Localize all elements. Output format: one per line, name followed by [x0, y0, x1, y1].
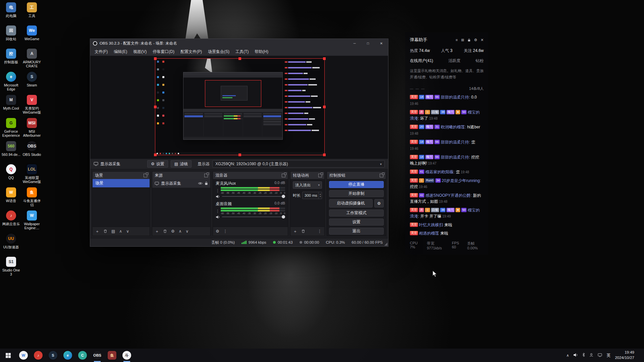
desktop-icon-control-panel[interactable]: 控控制面板	[1, 47, 21, 70]
desktop-icon-steam[interactable]: SSteam	[21, 70, 42, 93]
taskbar-wallpaper-engine[interactable]: W	[16, 349, 31, 362]
desktop-icon-netease-music[interactable]: ♪网易云音乐	[1, 209, 21, 232]
chat-username[interactable]: 甜甜的温柔只待:	[441, 95, 470, 100]
lock-icon[interactable]	[468, 38, 471, 42]
network-icon[interactable]	[598, 352, 602, 358]
chat-username[interactable]: 感谢SNOOPY开通的公爵:	[425, 193, 472, 198]
tray-expand-icon[interactable]: ∧	[566, 353, 569, 358]
popout-icon[interactable]	[144, 174, 147, 177]
resize-grip[interactable]	[384, 242, 387, 246]
source-settings-button[interactable]: ⚙ 设置	[147, 160, 168, 168]
channel-menu-button[interactable]: ⋮	[216, 207, 219, 215]
desktop-icon-valorant-wegame[interactable]: V无畏契约 WeGame版	[21, 93, 42, 116]
taskbar-netease-music[interactable]: ♪	[31, 349, 46, 362]
tab-activity[interactable]: 活跃度	[448, 58, 461, 64]
desktop-icon-myth-cool[interactable]: MMyth.Cool	[1, 93, 21, 116]
channel-menu-button[interactable]: ⋮	[216, 187, 219, 194]
close-icon[interactable]: ✕	[481, 38, 484, 42]
desktop-icon-lol-wegame[interactable]: LOL英雄联盟 WeGame版	[21, 163, 42, 186]
resize-handle[interactable]	[154, 154, 157, 156]
chat-username[interactable]: 20岁是皇少年running:	[442, 178, 481, 183]
desktop-icon-msi-afterburner[interactable]: MSIMSI Afterburner	[21, 116, 42, 139]
desktop-icon-w-voice[interactable]: WW语音	[1, 186, 21, 209]
speaker-icon[interactable]	[216, 195, 220, 198]
source-properties-button[interactable]: ⚙	[171, 229, 175, 234]
source-item[interactable]: 显示器采集	[152, 179, 210, 188]
desktop-icon-geforce-experience[interactable]: GGeForce Experience	[1, 116, 21, 139]
source-filters-button[interactable]: ▤ 滤镜	[171, 160, 192, 168]
move-source-up-button[interactable]: ∧	[179, 229, 182, 234]
maximize-button[interactable]: □	[361, 39, 375, 48]
preview-canvas[interactable]	[90, 56, 388, 159]
resize-handle[interactable]	[323, 154, 326, 156]
rank-icon[interactable]: ≡	[455, 38, 458, 42]
remove-source-button[interactable]	[163, 229, 167, 233]
desktop-icon-qq[interactable]: QQQ	[1, 163, 21, 186]
control-button-2[interactable]: 启动虚拟摄像机	[329, 199, 373, 207]
input-language[interactable]: 英	[606, 353, 610, 358]
add-transition-button[interactable]: ＋	[293, 229, 297, 234]
desktop-icon-wallpaper-engine[interactable]: WWallpaper Engine:...	[21, 209, 42, 232]
menu-item-6[interactable]: 工具(T)	[232, 49, 252, 55]
desktop-icon-armoury-crate[interactable]: AARMOURY CRATE	[21, 47, 42, 70]
chat-username[interactable]: 相遇的榴莲	[419, 231, 439, 236]
desktop-icon-nvidia-driver[interactable]: 560560.94-de...	[1, 139, 21, 163]
desktop-icon-wegame[interactable]: WeWeGame	[21, 24, 42, 47]
volume-slider[interactable]	[222, 194, 285, 198]
panel-icon[interactable]: ⊞	[461, 38, 464, 42]
control-button-0[interactable]: 停止直播	[329, 181, 384, 188]
control-button-1[interactable]: 开始录制	[329, 190, 384, 197]
bluetooth-icon[interactable]	[582, 352, 585, 358]
taskbar-douyu-companion[interactable]: 鱼	[105, 349, 119, 362]
desktop-icon-recycle-bin[interactable]: 回回收站	[1, 24, 21, 47]
volume-slider[interactable]	[222, 215, 285, 219]
add-scene-button[interactable]: ＋	[95, 229, 99, 234]
resize-handle[interactable]	[154, 106, 157, 108]
add-source-button[interactable]: ＋	[155, 229, 159, 234]
advanced-audio-button[interactable]: ⚙	[216, 229, 219, 234]
display-select[interactable]: XG259QN: 644x362 @ 0,0 (主显示器) ▾	[212, 160, 385, 168]
capture-region[interactable]	[155, 58, 325, 155]
menu-item-1[interactable]: 编辑(E)	[111, 49, 130, 55]
taskbar-panda-live[interactable]: 斗	[119, 349, 134, 362]
transition-select[interactable]: 淡入淡出 ▾	[293, 181, 322, 189]
popout-icon[interactable]	[318, 174, 322, 177]
resize-handle[interactable]	[323, 57, 326, 60]
desktop-icon-studio-one[interactable]: S1Studio One 3	[1, 255, 21, 278]
desktop-icon-obs-studio[interactable]: OBSOBS Studio	[21, 139, 42, 163]
chat-username[interactable]: 叶忆大跳横扫	[419, 223, 443, 227]
resize-handle[interactable]	[238, 154, 241, 156]
speaker-icon[interactable]	[216, 215, 220, 219]
move-scene-down-button[interactable]: ∨	[126, 229, 129, 234]
menu-item-7[interactable]: 帮助(H)	[252, 49, 271, 55]
menu-item-4[interactable]: 配置文件(P)	[177, 49, 205, 55]
resize-handle[interactable]	[323, 106, 326, 108]
chat-username[interactable]: 榴若家的欧阳薇:	[425, 170, 454, 174]
taskbar-obs-studio[interactable]: OBS	[90, 349, 105, 362]
remove-scene-button[interactable]	[103, 229, 107, 233]
popout-icon[interactable]	[380, 174, 383, 177]
transition-properties-button[interactable]: ⋮	[318, 229, 322, 234]
speaker-icon[interactable]	[573, 352, 578, 358]
desktop-icon-this-pc[interactable]: 电此电脑	[1, 1, 21, 24]
stepper-arrows[interactable]: ▴▾	[318, 192, 322, 199]
taskbar-chrome[interactable]: C	[75, 349, 90, 362]
mixer-menu-button[interactable]: ⋮	[223, 229, 227, 234]
control-button-4[interactable]: 设置	[329, 219, 384, 226]
settings-icon[interactable]: ⚙	[474, 38, 477, 42]
desktop-icon-uu-booster[interactable]: UUUU加速器	[1, 232, 21, 255]
start-button[interactable]	[0, 349, 16, 362]
tab-diamond-fans[interactable]: 钻粉	[476, 58, 484, 64]
clock[interactable]: 19:49 2024/10/27	[615, 350, 634, 360]
minimize-button[interactable]: ─	[348, 39, 361, 48]
virtual-camera-settings-button[interactable]: ⚙	[374, 199, 384, 207]
desktop-icon-douyu-companion[interactable]: 鱼斗鱼直播伴侣	[21, 186, 42, 209]
resize-handle[interactable]	[238, 57, 241, 60]
popout-icon[interactable]	[282, 174, 285, 177]
user-icon[interactable]	[589, 352, 593, 358]
eye-icon[interactable]	[198, 182, 203, 185]
tab-online-users[interactable]: 在线用户(41)	[410, 58, 433, 64]
resize-handle[interactable]	[154, 57, 157, 60]
chat-username[interactable]: 甜甜的温柔只待:	[441, 155, 470, 160]
taskbar-edge[interactable]: e	[60, 349, 75, 362]
